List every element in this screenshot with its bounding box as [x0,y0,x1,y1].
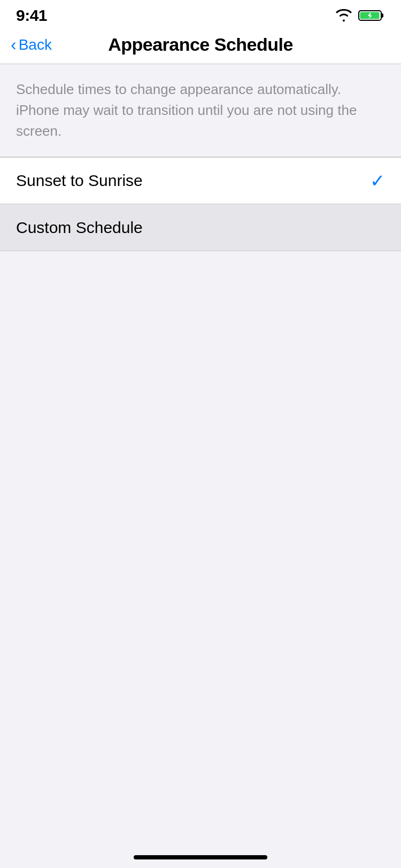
status-time: 9:41 [16,6,47,25]
svg-rect-1 [381,13,383,18]
description-section: Schedule times to change appearance auto… [0,64,401,157]
content: Schedule times to change appearance auto… [0,64,401,251]
wifi-icon [335,9,353,22]
back-chevron-icon: ‹ [11,36,17,53]
sunset-to-sunrise-label: Sunset to Sunrise [16,172,143,190]
list-section: Sunset to Sunrise ✓ Custom Schedule [0,157,401,251]
status-bar: 9:41 [0,0,401,29]
description-text: Schedule times to change appearance auto… [16,79,385,142]
home-indicator [134,855,267,859]
back-button[interactable]: ‹ Back [11,36,52,53]
checkmark-icon: ✓ [370,170,385,191]
status-icons [335,9,385,22]
nav-bar: ‹ Back Appearance Schedule [0,29,401,64]
list-item-custom-schedule[interactable]: Custom Schedule [0,204,401,251]
list-item-sunset-to-sunrise[interactable]: Sunset to Sunrise ✓ [0,157,401,204]
back-label: Back [19,36,52,53]
custom-schedule-label: Custom Schedule [16,219,143,237]
battery-icon [358,9,385,22]
page-title: Appearance Schedule [108,34,293,55]
